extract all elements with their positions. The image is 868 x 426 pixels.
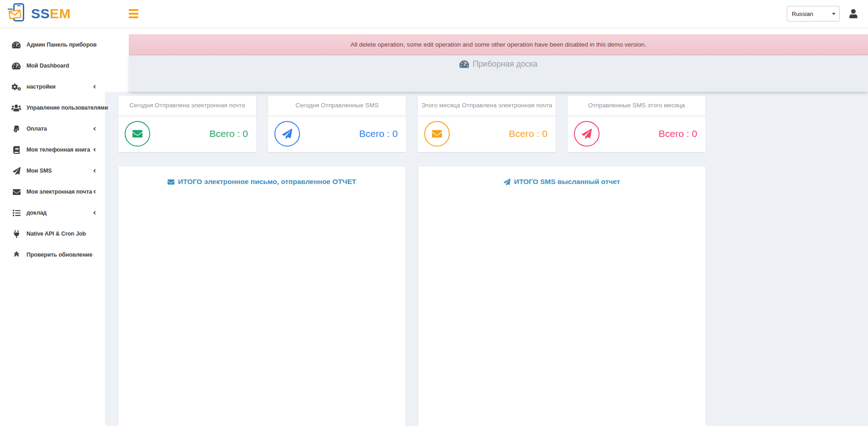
ssem-logo-icon	[7, 3, 28, 24]
sidebar-item-label: Оплата	[26, 126, 47, 132]
top-header: SSEM Russian	[0, 0, 868, 28]
stat-card-title: Отправленные SMS этого месяца	[568, 96, 705, 116]
paper-plane-icon	[574, 121, 600, 147]
demo-alert-banner: All delete operation, some edit operatio…	[129, 34, 868, 55]
stat-total-value: 0	[692, 128, 697, 139]
stat-cards-row: Сегодня Отправлена электронная почта Все…	[118, 96, 705, 152]
brand-logo[interactable]: SSEM	[0, 3, 105, 24]
paper-plane-icon	[274, 121, 300, 147]
sidebar-item-label: Мой Dashboard	[26, 63, 69, 69]
paypal-icon	[11, 125, 21, 133]
sidebar-item-label: Админ Панель приборов	[26, 42, 97, 48]
envelope-icon	[424, 121, 450, 147]
sidebar-item-label: Мои SMS	[26, 168, 52, 174]
main-content: All delete operation, some edit operatio…	[105, 27, 868, 426]
demo-alert-text: All delete operation, some edit operatio…	[351, 41, 647, 48]
sidebar-item-label: Native API & Cron Job	[26, 231, 86, 237]
brand-text: SSEM	[31, 6, 71, 21]
chevron-left-icon	[93, 84, 96, 89]
report-panels-row: ИТОГО электронное письмо, отправленное О…	[118, 167, 705, 426]
sidebar-item-label: Проверить обновление	[26, 252, 92, 258]
stat-total: Всего : 0	[210, 128, 248, 139]
stat-total: Всего : 0	[659, 128, 697, 139]
sidebar-item[interactable]: Админ Панель приборов	[0, 34, 105, 55]
stat-total-label: Всего :	[359, 128, 390, 139]
sidebar-item[interactable]: Моя электронная почта	[0, 181, 105, 202]
stat-total-label: Всего :	[509, 128, 540, 139]
sidebar-item-label: Управление пользователями	[26, 105, 108, 111]
sidebar-item[interactable]: Мои SMS	[0, 160, 105, 181]
chevron-left-icon	[93, 147, 96, 153]
sidebar-item[interactable]: Оплата	[0, 118, 105, 139]
envelope-icon	[168, 179, 174, 185]
sidebar-item[interactable]: настройки	[0, 76, 105, 97]
page-title-strip: Приборная доска	[129, 55, 868, 92]
address-book-icon	[11, 146, 21, 154]
page-title: Приборная доска	[473, 59, 537, 69]
envelope-icon	[11, 188, 21, 196]
sidebar-item[interactable]: Проверить обновление	[0, 244, 105, 265]
report-panel: ИТОГО электронное письмо, отправленное О…	[118, 167, 405, 426]
tachometer-icon	[11, 62, 21, 70]
sidebar-item[interactable]: Мой Dashboard	[0, 55, 105, 76]
stat-card: Сегодня Отправленные SMS Всего : 0	[268, 96, 406, 152]
chevron-left-icon	[93, 210, 96, 216]
tachometer-icon	[11, 41, 21, 49]
paper-plane-icon	[504, 179, 510, 185]
report-panel: ИТОГО SMS высланный отчет	[418, 167, 705, 426]
sidebar-item-label: Моя электронная почта	[26, 189, 92, 195]
chevron-left-icon	[93, 126, 96, 131]
stat-total: Всего : 0	[509, 128, 547, 139]
tachometer-icon	[459, 60, 469, 68]
stat-total-value: 0	[392, 128, 398, 139]
stat-total-value: 0	[242, 128, 248, 139]
sidebar-item[interactable]: Управление пользователями	[0, 97, 105, 118]
language-select-wrap: Russian	[787, 6, 840, 21]
stat-total-label: Всего :	[210, 128, 240, 139]
sidebar-toggle-hamburger-icon[interactable]	[129, 9, 141, 18]
stat-card: Отправленные SMS этого месяца Всего : 0	[568, 96, 705, 152]
envelope-icon	[125, 121, 150, 147]
sidebar-item[interactable]: Моя телефонная книга	[0, 139, 105, 160]
sidebar-menu: Админ Панель приборов Мой Dashboard наст…	[0, 27, 105, 265]
stat-card-title: Сегодня Отправленные SMS	[268, 96, 406, 116]
chevron-left-icon	[93, 189, 96, 195]
plug-icon	[11, 230, 21, 238]
users-icon	[11, 104, 21, 112]
stat-total-label: Всего :	[659, 128, 689, 139]
stat-card: Этого месяца Отправлена электронная почт…	[418, 96, 556, 152]
list-icon	[11, 209, 21, 217]
report-panel-title-text: ИТОГО электронное письмо, отправленное О…	[178, 178, 357, 186]
sidebar-item-label: Моя телефонная книга	[26, 147, 90, 153]
gears-icon	[11, 83, 21, 91]
user-icon[interactable]	[849, 9, 858, 18]
language-select[interactable]: Russian	[787, 6, 840, 21]
stat-card-title: Сегодня Отправлена электронная почта	[118, 96, 256, 116]
sidebar: Админ Панель приборов Мой Dashboard наст…	[0, 27, 105, 426]
stat-total: Всего : 0	[359, 128, 398, 139]
sidebar-item-label: настройки	[26, 84, 56, 90]
sidebar-item-label: доклад	[26, 210, 47, 216]
sidebar-item[interactable]: доклад	[0, 202, 105, 223]
content-body: Сегодня Отправлена электронная почта Все…	[118, 96, 705, 426]
stat-card-title: Этого месяца Отправлена электронная почт…	[418, 96, 556, 116]
angle-double-up-icon	[11, 251, 21, 259]
stat-card: Сегодня Отправлена электронная почта Все…	[118, 96, 256, 152]
sidebar-item[interactable]: Native API & Cron Job	[0, 223, 105, 244]
paper-plane-icon	[11, 167, 21, 175]
chevron-left-icon	[93, 168, 96, 174]
stat-total-value: 0	[542, 128, 547, 139]
report-panel-title-text: ИТОГО SMS высланный отчет	[514, 178, 620, 186]
